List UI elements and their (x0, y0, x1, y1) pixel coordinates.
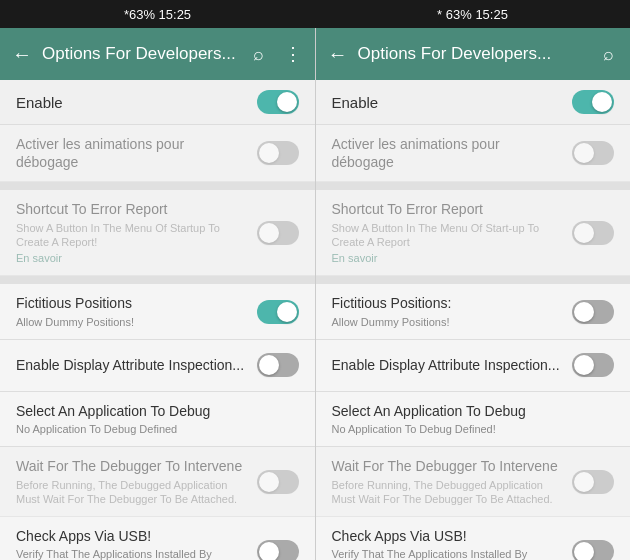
setting-subtitle: Verify That The Applications Installed B… (16, 547, 247, 560)
more-icon[interactable]: ⋮ (279, 43, 307, 65)
setting-title: Wait For The Debugger To Intervene (332, 457, 563, 475)
setting-title: Enable Display Attribute Inspection... (16, 356, 247, 374)
setting-title: Fictitious Positions: (332, 294, 563, 312)
setting-text: Check Apps Via USB!Verify That The Appli… (16, 527, 257, 560)
setting-item[interactable]: Fictitious PositionsAllow Dummy Position… (0, 284, 315, 339)
setting-title: Select An Application To Debug (332, 402, 605, 420)
toolbar-title: Options For Developers... (358, 44, 589, 64)
setting-item[interactable]: Select An Application To DebugNo Applica… (0, 392, 315, 447)
setting-item[interactable]: Shortcut To Error ReportShow A Button In… (316, 190, 631, 276)
setting-subtitle: Show A Button In The Menu Of Startup To … (16, 221, 247, 250)
setting-item[interactable]: Shortcut To Error ReportShow A Button In… (0, 190, 315, 276)
setting-text: Activer les animations pour débogage (332, 135, 573, 171)
status-bar-left: *63% 15:25 (0, 0, 315, 28)
enable-label: Enable (332, 94, 379, 111)
setting-title: Shortcut To Error Report (332, 200, 563, 218)
back-button[interactable]: ← (324, 43, 352, 66)
setting-item[interactable]: Wait For The Debugger To InterveneBefore… (316, 447, 631, 517)
enable-toggle[interactable] (257, 90, 299, 114)
setting-title: Enable Display Attribute Inspection... (332, 356, 563, 374)
setting-text: Shortcut To Error ReportShow A Button In… (16, 200, 257, 265)
setting-toggle[interactable] (572, 353, 614, 377)
setting-text: Fictitious PositionsAllow Dummy Position… (16, 294, 257, 328)
section-divider (316, 276, 631, 284)
setting-text: Check Apps Via USB!Verify That The Appli… (332, 527, 573, 560)
setting-title: Check Apps Via USB! (332, 527, 563, 545)
setting-toggle[interactable] (257, 221, 299, 245)
setting-subtitle: No Application To Debug Defined (16, 422, 289, 436)
search-icon[interactable]: ⌕ (594, 44, 622, 65)
status-bar-right: * 63% 15:25 (315, 0, 630, 28)
setting-toggle[interactable] (572, 470, 614, 494)
enable-label: Enable (16, 94, 63, 111)
enable-toggle[interactable] (572, 90, 614, 114)
setting-item[interactable]: Enable Display Attribute Inspection... (0, 340, 315, 392)
setting-subtitle: No Application To Debug Defined! (332, 422, 605, 436)
setting-title: Wait For The Debugger To Intervene (16, 457, 247, 475)
setting-item[interactable]: Activer les animations pour débogage (0, 125, 315, 182)
setting-subtitle: Allow Dummy Positions! (16, 315, 247, 329)
settings-scroll: Activer les animations pour débogageShor… (0, 125, 315, 560)
toolbar-0: ←Options For Developers...⌕⋮ (0, 28, 315, 80)
setting-text: Fictitious Positions:Allow Dummy Positio… (332, 294, 573, 328)
setting-toggle[interactable] (572, 540, 614, 560)
back-button[interactable]: ← (8, 43, 36, 66)
section-divider (0, 182, 315, 190)
status-bar: *63% 15:25 * 63% 15:25 (0, 0, 630, 28)
setting-text: Select An Application To DebugNo Applica… (332, 402, 615, 436)
setting-toggle[interactable] (257, 353, 299, 377)
setting-text: Enable Display Attribute Inspection... (16, 356, 257, 374)
setting-title: Shortcut To Error Report (16, 200, 247, 218)
setting-toggle[interactable] (572, 221, 614, 245)
setting-toggle[interactable] (257, 300, 299, 324)
main-panels: ←Options For Developers...⌕⋮EnableActive… (0, 28, 630, 560)
setting-subtitle: Allow Dummy Positions! (332, 315, 563, 329)
setting-extra[interactable]: En savoir (16, 251, 247, 265)
section-divider (0, 276, 315, 284)
setting-text: Shortcut To Error ReportShow A Button In… (332, 200, 573, 265)
setting-subtitle: Before Running, The Debugged Application… (332, 478, 563, 507)
setting-toggle[interactable] (257, 141, 299, 165)
setting-item[interactable]: Select An Application To DebugNo Applica… (316, 392, 631, 447)
search-icon[interactable]: ⌕ (245, 44, 273, 65)
toolbar-title: Options For Developers... (42, 44, 239, 64)
setting-toggle[interactable] (257, 540, 299, 560)
setting-extra[interactable]: En savoir (332, 251, 563, 265)
setting-toggle[interactable] (572, 141, 614, 165)
panel-1: ←Options For Developers...⌕EnableActiver… (316, 28, 631, 560)
enable-row: Enable (0, 80, 315, 125)
setting-toggle[interactable] (572, 300, 614, 324)
setting-text: Wait For The Debugger To InterveneBefore… (16, 457, 257, 506)
setting-item[interactable]: Enable Display Attribute Inspection... (316, 340, 631, 392)
setting-item[interactable]: Check Apps Via USB!Verify That The Appli… (316, 517, 631, 560)
setting-title: Check Apps Via USB! (16, 527, 247, 545)
setting-title: Activer les animations pour débogage (16, 135, 247, 171)
setting-subtitle: Before Running, The Debugged Application… (16, 478, 247, 507)
setting-title: Fictitious Positions (16, 294, 247, 312)
setting-subtitle: Verify That The Applications Installed B… (332, 547, 563, 560)
setting-text: Activer les animations pour débogage (16, 135, 257, 171)
setting-text: Wait For The Debugger To InterveneBefore… (332, 457, 573, 506)
setting-subtitle: Show A Button In The Menu Of Start-up To… (332, 221, 563, 250)
toolbar-1: ←Options For Developers...⌕ (316, 28, 631, 80)
panel-0: ←Options For Developers...⌕⋮EnableActive… (0, 28, 316, 560)
setting-item[interactable]: Fictitious Positions:Allow Dummy Positio… (316, 284, 631, 339)
setting-item[interactable]: Activer les animations pour débogage (316, 125, 631, 182)
setting-text: Select An Application To DebugNo Applica… (16, 402, 299, 436)
setting-title: Select An Application To Debug (16, 402, 289, 420)
enable-row: Enable (316, 80, 631, 125)
setting-item[interactable]: Check Apps Via USB!Verify That The Appli… (0, 517, 315, 560)
setting-title: Activer les animations pour débogage (332, 135, 563, 171)
setting-text: Enable Display Attribute Inspection... (332, 356, 573, 374)
setting-item[interactable]: Wait For The Debugger To InterveneBefore… (0, 447, 315, 517)
settings-scroll: Activer les animations pour débogageShor… (316, 125, 631, 560)
setting-toggle[interactable] (257, 470, 299, 494)
section-divider (316, 182, 631, 190)
